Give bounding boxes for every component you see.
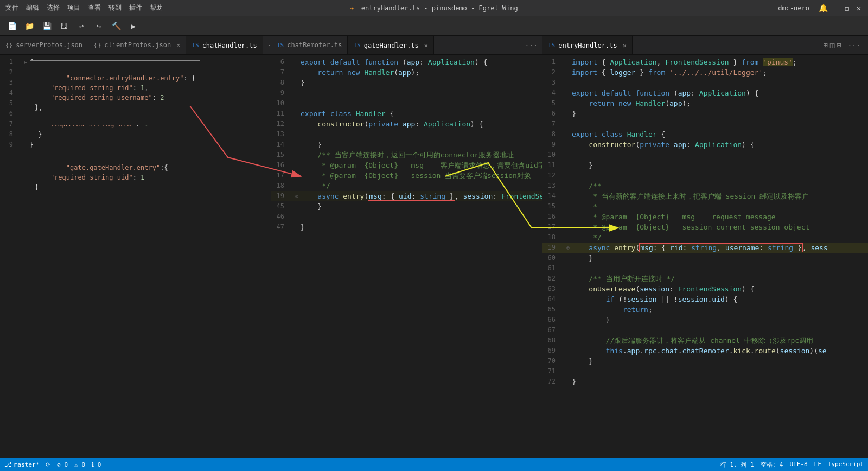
branch-name: master* xyxy=(14,461,39,468)
code-line: 62 /** 当用户断开连接时 */ xyxy=(542,273,868,284)
tab-serverprotos[interactable]: {} serverProtos.json xyxy=(0,36,88,54)
tab-overflow-middle[interactable]: ··· xyxy=(521,36,542,54)
code-line: 46 xyxy=(271,212,542,222)
tab-label-entryhandler: entryHandler.ts xyxy=(558,42,617,49)
code-line: 68 //跟后端服务器讲，将客户端从 channel 中移除（涉及rpc调用 xyxy=(542,335,868,346)
code-line: 4 export default function (app: Applicat… xyxy=(542,88,868,98)
code-line: 7 return new Handler(app); xyxy=(271,67,542,78)
ann1-line1: "connector.entryHandler.entry" xyxy=(66,74,184,82)
menu-file[interactable]: 文件 xyxy=(5,3,18,12)
code-line: 15 * xyxy=(542,201,868,212)
close-button[interactable]: ✕ xyxy=(855,4,863,12)
sync-icon[interactable]: ⟳ xyxy=(46,461,50,468)
code-line: 8 export class Handler { xyxy=(542,129,868,139)
code-line: 11 export class Handler { xyxy=(271,109,542,119)
code-line: 65 return; xyxy=(542,304,868,315)
maximize-button[interactable]: ◻ xyxy=(843,4,851,12)
ann1-line2: "required string rid": 1, xyxy=(35,84,149,92)
middle-editor: 6 export default function (app: Applicat… xyxy=(271,55,542,458)
titlebar: 文件 编辑 选择 项目 查看 转到 插件 帮助 ✈ entryHandler.t… xyxy=(0,0,868,16)
tab-chatremoter[interactable]: TS chatRemoter.ts xyxy=(271,36,348,54)
left-panel: {} serverProtos.json {} clientProtos.jso… xyxy=(0,36,271,458)
menu-plugin[interactable]: 插件 xyxy=(129,3,142,12)
code-line: 64 if (!session || !session.uid) { xyxy=(542,294,868,304)
left-editor: "connector.entryHandler.entry": { "requi… xyxy=(0,55,271,458)
code-line: 71 xyxy=(542,366,868,377)
middle-panel: TS chatRemoter.ts TS gateHandler.ts ✕ ··… xyxy=(271,36,542,458)
tab-label-serverprotos: serverProtos.json xyxy=(16,41,82,49)
code-line: 12 xyxy=(542,170,868,181)
menu-view[interactable]: 查看 xyxy=(88,3,101,12)
titlebar-menu[interactable]: 文件 编辑 选择 项目 查看 转到 插件 帮助 xyxy=(5,3,163,12)
json-icon-client: {} xyxy=(94,42,101,49)
git-branch[interactable]: ⎇ master* xyxy=(4,461,39,468)
code-line: 6 export default function (app: Applicat… xyxy=(271,57,542,67)
run-button[interactable]: ▶ xyxy=(126,18,141,34)
close-clientprotos[interactable]: ✕ xyxy=(176,41,180,49)
menu-select[interactable]: 选择 xyxy=(47,3,60,12)
code-line: 2 import { logger } from '../../../util/… xyxy=(542,67,868,78)
user-label: dmc-nero xyxy=(778,4,809,12)
window-title: ✈ entryHandler.ts - pinusdemo - Egret Wi… xyxy=(350,4,518,12)
tab-gatehandler[interactable]: TS gateHandler.ts ✕ xyxy=(348,36,434,54)
code-line: 10 xyxy=(542,150,868,160)
build-button[interactable]: 🔨 xyxy=(108,18,124,34)
tab-clientprotos[interactable]: {} clientProtos.json ✕ xyxy=(88,36,186,54)
code-line: 13 xyxy=(271,129,542,139)
middle-tab-bar: TS chatRemoter.ts TS gateHandler.ts ✕ ··… xyxy=(271,36,542,55)
code-line: 69 this.app.rpc.chat.chatRemoter.kick.ro… xyxy=(542,346,868,356)
menu-edit[interactable]: 编辑 xyxy=(26,3,39,12)
split-icon[interactable]: ⊞ xyxy=(823,41,827,49)
close-gatehandler[interactable]: ✕ xyxy=(424,42,428,49)
code-line: 14 } xyxy=(271,139,542,150)
code-line-19-middle: 19 ⊕ async entry(msg: { uid: string }, s… xyxy=(271,191,542,201)
statusbar: ⎇ master* ⟳ ⊘ 0 ⚠ 0 ℹ 0 行 1, 列 1 空格: 4 U… xyxy=(0,458,868,471)
tab-overflow-left[interactable]: ··· xyxy=(263,36,271,54)
menu-goto[interactable]: 转到 xyxy=(108,3,122,12)
code-line: 18 */ xyxy=(542,232,868,243)
code-line: 13 /** xyxy=(542,181,868,191)
undo-button[interactable]: ↩ xyxy=(74,18,89,34)
right-editor: 1 import { Application, FrontendSession … xyxy=(542,55,868,458)
open-button[interactable]: 📁 xyxy=(22,18,37,34)
ann2-line1: "gate.gateHandler.entry" xyxy=(66,164,160,171)
tab-entryhandler[interactable]: TS entryHandler.ts ✕ xyxy=(542,36,633,54)
code-line: 1 import { Application, FrontendSession … xyxy=(542,57,868,67)
info-count[interactable]: ℹ 0 xyxy=(92,461,101,468)
ts-icon-chatremoter: TS xyxy=(277,42,284,49)
save-button[interactable]: 🖫 xyxy=(56,18,72,34)
tab-label-chatremoter: chatRemoter.ts xyxy=(287,41,342,49)
code-line: 6 } xyxy=(542,109,868,119)
minimize-button[interactable]: — xyxy=(831,4,839,12)
close-entryhandler[interactable]: ✕ xyxy=(623,42,627,49)
code-line: 63 onUserLeave(session: FrontendSession)… xyxy=(542,284,868,294)
file-encoding[interactable]: UTF-8 xyxy=(789,461,807,469)
code-line: 9 } xyxy=(0,139,271,150)
menu-help[interactable]: 帮助 xyxy=(150,3,163,12)
right-tab-bar: TS entryHandler.ts ✕ ⊞ ◫ ⊟ ··· xyxy=(542,36,868,55)
redo-button[interactable]: ↪ xyxy=(91,18,106,34)
save-all-button[interactable]: 💾 xyxy=(39,18,54,34)
code-line: 67 xyxy=(542,325,868,335)
menu-project[interactable]: 项目 xyxy=(67,3,80,12)
tab-chathandler[interactable]: TS chatHandler.ts xyxy=(186,36,263,54)
ts-icon-entry: TS xyxy=(548,42,555,49)
ts-icon-chat: TS xyxy=(192,42,199,49)
cursor-position[interactable]: 行 1, 列 1 xyxy=(720,461,754,469)
line-endings[interactable]: LF xyxy=(814,461,821,469)
code-line: 66 } xyxy=(542,315,868,325)
language-mode[interactable]: TypeScript xyxy=(828,461,864,469)
ann1-line4: }, xyxy=(35,104,42,111)
notification-icon[interactable]: 🔔 xyxy=(819,4,827,12)
code-line: 8 } xyxy=(0,129,271,139)
warnings-count[interactable]: ⚠ 0 xyxy=(74,461,85,468)
errors-count[interactable]: ⊘ 0 xyxy=(57,461,68,468)
tab-overflow-right[interactable]: ··· xyxy=(844,41,865,49)
layout-icon1[interactable]: ◫ xyxy=(830,41,834,49)
layout-icon2[interactable]: ⊟ xyxy=(837,41,841,49)
code-line: 5 return new Handler(app); xyxy=(542,98,868,109)
code-line: 15 /** 当客户端连接时，返回一个可用的connector服务器地址 xyxy=(271,150,542,160)
code-line: 47 } xyxy=(271,222,542,232)
new-file-button[interactable]: 📄 xyxy=(4,18,20,34)
indent-size[interactable]: 空格: 4 xyxy=(761,461,783,469)
